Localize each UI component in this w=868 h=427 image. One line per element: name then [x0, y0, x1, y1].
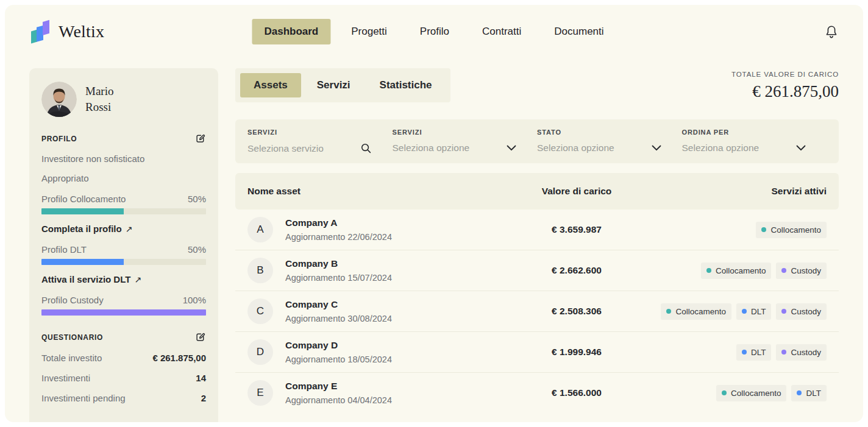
asset-updated: Aggiornamento 22/06/2024	[285, 232, 392, 242]
teal-dot-icon	[761, 227, 766, 232]
edit-profile-button[interactable]	[194, 133, 206, 144]
total-value-label: TOTALE VALORE DI CARICO	[731, 71, 839, 78]
progress-fill	[41, 208, 124, 214]
progress-dlt: Profilo DLT 50%	[41, 244, 206, 265]
profile-trait: Appropriato	[41, 173, 206, 183]
progress-track	[41, 208, 206, 214]
asset-letter-avatar: B	[247, 258, 273, 283]
nav-item-dashboard[interactable]: Dashboard	[252, 19, 330, 44]
blue-dot-icon	[797, 390, 802, 395]
teal-dot-icon	[706, 268, 711, 273]
teal-dot-icon	[722, 390, 727, 395]
asset-name: Company D	[285, 340, 392, 351]
progress-label: Profilo Collocamento	[41, 194, 126, 204]
service-badge: Collocamento	[661, 303, 731, 320]
notification-bell-button[interactable]	[822, 21, 841, 42]
service-badge: Collocamento	[701, 263, 772, 279]
chevron-down-icon	[796, 145, 806, 151]
chevron-down-icon	[507, 145, 516, 151]
profile-section-header: PROFILO	[41, 133, 206, 144]
service-badge: Custody	[776, 344, 827, 361]
asset-letter-avatar: D	[247, 339, 273, 365]
service-badge: Custody	[776, 263, 827, 279]
questionnaire-section-header: QUESTIONARIO	[41, 331, 206, 343]
table-row[interactable]: D Company D Aggiornamento 18/05/2024 € 1…	[235, 332, 839, 373]
search-icon	[360, 143, 372, 154]
asset-value: € 3.659.987	[510, 224, 644, 235]
activate-dlt-link[interactable]: Attiva il servizio DLT↗	[41, 274, 206, 284]
progress-label: Profilo Custody	[41, 295, 104, 305]
weltix-logo-icon	[29, 19, 52, 44]
asset-letter-avatar: C	[247, 298, 273, 324]
tab-servizi[interactable]: Servizi	[304, 73, 364, 97]
table-header: Nome asset Valore di carico Servizi atti…	[235, 173, 839, 210]
stat-investimenti-pending: Investimenti pending 2	[41, 393, 206, 403]
table-row[interactable]: C Company C Aggiornamento 30/08/2024 € 2…	[235, 291, 839, 332]
nav-item-documenti[interactable]: Documenti	[542, 19, 616, 44]
edit-icon	[194, 133, 206, 144]
tab-assets[interactable]: Assets	[240, 73, 301, 97]
asset-updated: Aggiornamento 04/04/2024	[285, 395, 392, 405]
progress-custody: Profilo Custody 100%	[41, 295, 206, 316]
table-row[interactable]: A Company A Aggiornamento 22/06/2024 € 3…	[235, 210, 839, 250]
app-window: Weltix Dashboard Progetti Profilo Contra…	[5, 5, 863, 422]
service-badge: Custody	[776, 303, 827, 320]
progress-percent: 50%	[188, 194, 206, 204]
complete-profile-link[interactable]: Completa il profilo↗	[41, 224, 206, 234]
asset-name: Company B	[285, 258, 392, 269]
asset-value: € 2.508.306	[510, 306, 644, 317]
asset-letter-avatar: A	[247, 217, 273, 242]
blue-dot-icon	[742, 309, 747, 314]
table-row[interactable]: B Company B Aggiornamento 15/07/2024 € 2…	[235, 250, 839, 291]
main-top-row: Assets Servizi Statistiche TOTALE VALORE…	[235, 68, 839, 102]
purple-dot-icon	[781, 309, 786, 314]
avatar	[41, 82, 77, 117]
user-name: Mario Rossi	[85, 83, 113, 115]
progress-track	[41, 309, 206, 316]
stat-totale-investito: Totale investito € 261.875,00	[41, 353, 206, 363]
service-badge: DLT	[736, 303, 772, 320]
asset-value: € 1.999.946	[510, 347, 644, 358]
nav-item-profilo[interactable]: Profilo	[408, 19, 461, 44]
profile-trait: Investitore non sofisticato	[41, 154, 206, 164]
total-value-block: TOTALE VALORE DI CARICO € 261.875,00	[731, 68, 839, 101]
profile-sidebar: Mario Rossi PROFILO Investitore non sofi…	[29, 68, 218, 422]
filter-servizi-select[interactable]: SERVIZI Seleziona opzione	[393, 129, 538, 154]
filter-ordina-per-select[interactable]: ORDINA PER Seleziona opzione	[682, 129, 827, 154]
asset-name: Company A	[285, 217, 392, 228]
nav-item-contratti[interactable]: Contratti	[470, 19, 533, 44]
progress-collocamento: Profilo Collocamento 50%	[41, 194, 206, 214]
edit-questionnaire-button[interactable]	[194, 331, 206, 343]
user-card: Mario Rossi	[41, 82, 206, 117]
content-area: Mario Rossi PROFILO Investitore non sofi…	[5, 68, 863, 422]
total-value-amount: € 261.875,00	[731, 82, 839, 101]
bell-icon	[825, 25, 838, 38]
profile-section-title: PROFILO	[41, 135, 77, 143]
service-badge: Collocamento	[756, 222, 827, 238]
stat-investimenti: Investimenti 14	[41, 373, 206, 383]
search-input[interactable]: Seleziona servizio	[247, 143, 324, 154]
purple-dot-icon	[781, 350, 786, 355]
column-header-valore-di-carico: Valore di carico	[510, 186, 644, 197]
service-badge: DLT	[736, 344, 772, 361]
brand-logo[interactable]: Weltix	[29, 19, 104, 44]
asset-value: € 2.662.600	[510, 265, 644, 276]
progress-fill	[41, 309, 206, 316]
table-row[interactable]: E Company E Aggiornamento 04/04/2024 € 1…	[235, 373, 839, 413]
tab-statistiche[interactable]: Statistiche	[366, 73, 446, 97]
purple-dot-icon	[781, 268, 786, 273]
asset-name: Company C	[285, 299, 392, 310]
teal-dot-icon	[666, 309, 671, 314]
asset-updated: Aggiornamento 18/05/2024	[285, 355, 392, 364]
column-header-nome-asset: Nome asset	[247, 186, 510, 197]
asset-name: Company E	[285, 381, 392, 392]
questionnaire-section-title: QUESTIONARIO	[41, 333, 103, 342]
top-header: Weltix Dashboard Progetti Profilo Contra…	[5, 5, 863, 46]
column-header-servizi-attivi: Servizi attivi	[644, 186, 827, 197]
filter-bar: SERVIZI Seleziona servizio SERVIZI Selez…	[235, 119, 839, 163]
filter-servizi-search[interactable]: SERVIZI Seleziona servizio	[247, 129, 393, 154]
progress-percent: 50%	[188, 244, 206, 255]
nav-item-progetti[interactable]: Progetti	[339, 19, 399, 44]
filter-stato-select[interactable]: STATO Seleziona opzione	[537, 129, 682, 154]
asset-updated: Aggiornamento 30/08/2024	[285, 314, 392, 323]
